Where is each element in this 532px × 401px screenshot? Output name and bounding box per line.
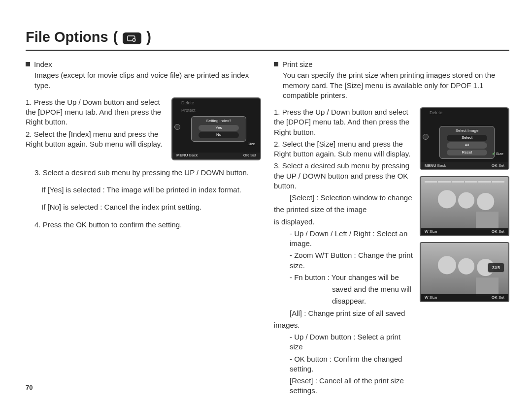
section-index: Index Images (except for movie clips and… [26,60,261,401]
preview-thumbnail: 3X5 W Size OK Set [420,242,509,302]
lcd-dialog: Setting Index? Yes No [191,116,246,142]
square-bullet-icon [274,62,278,66]
step: 1. Press the Up / Down button and select… [26,97,165,127]
step-sub: If [No] is selected : Cancel the index p… [41,202,261,212]
page-title: File Options [26,28,108,47]
square-bullet-icon [26,62,30,66]
step: 1. Press the Up / Down button and select… [274,107,413,137]
thumbnail-strip-icon [425,181,504,183]
step-sub: - Up / Down button : Select a print size [290,332,413,352]
section-lead: Images (except for movie clips and voice… [34,70,261,91]
step-sub: the printed size of the image [274,205,413,215]
manual-page: File Options ( ) Index Images (except fo… [0,0,532,401]
size-badge: 3X5 [488,263,504,273]
step-sub: [Select] : Selection window to change [290,193,413,203]
page-title-row: File Options ( ) [26,28,509,47]
step: 2. Select the [Size] menu and press the … [274,139,413,159]
step-sub: - Fn button : Your changes will be [290,273,413,282]
lcd-dialog: Select Image Select All Reset [439,126,495,159]
preview-thumbnail: W Size OK Set [420,176,509,236]
step: 3. Select a desired sub menu by pressing… [274,161,413,191]
section-print-size: Print size You can specify the print siz… [274,60,509,401]
step-sub: - Zoom W/T Button : Change the print siz… [290,250,413,271]
camera-lcd-index: Delete Protect Setting Index? Yes No Siz… [171,97,261,160]
file-options-icon [123,32,141,44]
mode-wheel-icon [174,124,180,130]
section-heading: Print size [282,60,313,69]
page-number: 70 [26,383,33,392]
step-sub: is displayed. [274,217,413,227]
step: 3. Select a desired sub menu by pressing… [34,168,261,178]
step-sub: If [Yes] is selected : The image will be… [41,185,261,195]
section-heading: Index [34,60,52,69]
step-sub: images. [274,320,413,330]
step-sub: saved and the menu will [332,284,413,294]
step: 2. Select the [Index] menu and press the… [26,129,165,150]
step-sub: [All] : Change print size of all saved [290,308,413,318]
section-lead: You can specify the print size when prin… [283,70,509,100]
step-sub: - OK button : Confirm the changed settin… [290,354,413,374]
mode-wheel-icon [423,134,429,140]
step-sub: [Reset] : Cancel all of the print size s… [290,376,413,396]
title-rule [26,50,509,51]
step-sub: - Up / Down / Left / Right : Select an i… [290,229,413,249]
step: 4. Press the OK button to confirm the se… [34,220,261,230]
step-sub: disappear. [332,296,413,306]
camera-lcd-size: Delete Select Image Select All Reset ✔Si… [420,107,509,170]
